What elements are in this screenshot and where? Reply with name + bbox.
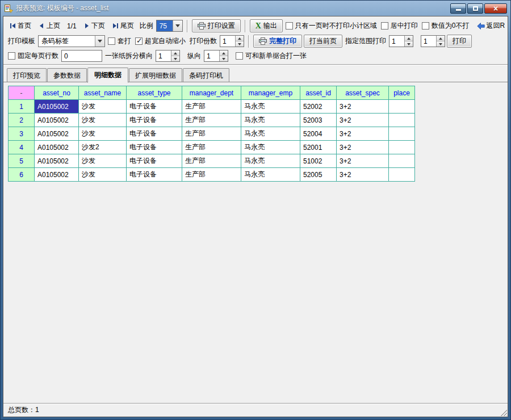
cell-asset_id[interactable]: 51002 <box>300 154 337 168</box>
column-header-asset_spec[interactable]: asset_spec <box>337 86 389 100</box>
cell-place[interactable] <box>389 154 415 168</box>
cell-manager_dept[interactable]: 生产部 <box>182 168 241 182</box>
cell-place[interactable] <box>389 127 415 141</box>
row-number[interactable]: 5 <box>9 154 35 168</box>
cell-asset_no[interactable]: A0105002 <box>35 168 79 182</box>
cell-manager_emp[interactable]: 马永亮 <box>241 100 300 114</box>
cell-asset_no[interactable]: A0105002 <box>35 114 79 127</box>
cell-asset_name[interactable]: 沙发 <box>79 154 127 168</box>
spinner-down-button[interactable] <box>405 41 413 47</box>
tab-barcode-printer[interactable]: 条码打印机 <box>183 68 229 82</box>
cell-asset_no[interactable]: A0105002 <box>35 100 79 114</box>
row-number[interactable]: 6 <box>9 168 35 182</box>
full-print-button[interactable]: 完整打印 <box>253 35 302 48</box>
checkbox-merge-print[interactable]: 可和新单据合打一张 <box>234 51 308 61</box>
column-header-place[interactable]: place <box>389 86 415 100</box>
print-settings-button[interactable]: 打印设置 <box>192 19 241 32</box>
cell-place[interactable] <box>389 100 415 114</box>
first-page-button[interactable]: 首页 <box>7 20 34 32</box>
close-button[interactable]: × <box>484 3 507 14</box>
cell-manager_dept[interactable]: 生产部 <box>182 154 241 168</box>
cell-asset_spec[interactable]: 3+2 <box>337 100 389 114</box>
tab-extended-detail-data[interactable]: 扩展明细数据 <box>129 68 182 82</box>
spinner-up-button[interactable] <box>405 36 413 41</box>
column-header-manager_emp[interactable]: manager_emp <box>241 86 300 100</box>
cell-asset_id[interactable]: 52002 <box>300 100 337 114</box>
column-header-manager_dept[interactable]: manager_dept <box>182 86 241 100</box>
cell-asset_name[interactable]: 沙发2 <box>79 141 127 154</box>
next-page-button[interactable]: 下页 <box>81 20 108 32</box>
cell-asset_type[interactable]: 电子设备 <box>127 127 182 141</box>
column-header-asset_name[interactable]: asset_name <box>79 86 127 100</box>
range-from-spinner[interactable]: 1 <box>389 35 413 47</box>
spinner-down-button[interactable] <box>437 41 445 47</box>
export-button[interactable]: X 输出 <box>250 19 283 32</box>
checkbox-fixed-rows[interactable]: 固定每页行数 <box>7 51 60 61</box>
cell-place[interactable] <box>389 114 415 127</box>
checkbox-overlay-print[interactable]: 套打 <box>107 36 132 46</box>
cell-asset_no[interactable]: A0105002 <box>35 154 79 168</box>
cell-manager_emp[interactable]: 马永亮 <box>241 114 300 127</box>
range-to-spinner[interactable]: 1 <box>421 35 445 47</box>
title-bar[interactable]: 报表预览: 模板编号 - asset_list × <box>3 1 508 16</box>
row-number[interactable]: 3 <box>9 127 35 141</box>
column-header-asset_id[interactable]: asset_id <box>300 86 337 100</box>
cell-asset_spec[interactable]: 3+2 <box>337 114 389 127</box>
cell-asset_id[interactable]: 52005 <box>300 168 337 182</box>
spinner-down-button[interactable] <box>171 56 179 61</box>
back-button[interactable]: 返回R <box>474 20 508 32</box>
cell-asset_id[interactable]: 52001 <box>300 141 337 154</box>
corner-header[interactable]: - <box>9 86 35 100</box>
cell-asset_spec[interactable]: 3+2 <box>337 154 389 168</box>
column-header-asset_type[interactable]: asset_type <box>127 86 182 100</box>
split-vertical-spinner[interactable]: 1 <box>204 50 228 62</box>
maximize-button[interactable] <box>467 3 483 14</box>
cell-manager_emp[interactable]: 马永亮 <box>241 154 300 168</box>
resize-grip[interactable] <box>500 409 507 416</box>
cell-manager_emp[interactable]: 马永亮 <box>241 168 300 182</box>
tab-detail-data[interactable]: 明细数据 <box>87 68 128 83</box>
cell-asset_type[interactable]: 电子设备 <box>127 168 182 182</box>
cell-asset_spec[interactable]: 3+2 <box>337 127 389 141</box>
cell-place[interactable] <box>389 141 415 154</box>
cell-manager_dept[interactable]: 生产部 <box>182 114 241 127</box>
tab-parameter-data[interactable]: 参数数据 <box>47 68 87 82</box>
cell-asset_no[interactable]: A0105002 <box>35 127 79 141</box>
cell-asset_id[interactable]: 52003 <box>300 114 337 127</box>
checkbox-center-print[interactable]: 居中打印 <box>380 21 419 31</box>
scale-dropdown-button[interactable] <box>173 20 182 31</box>
cell-manager_dept[interactable]: 生产部 <box>182 141 241 154</box>
copies-spinner[interactable]: 1 <box>220 35 244 47</box>
last-page-button[interactable]: 尾页 <box>110 20 137 32</box>
print-button[interactable]: 打印 <box>447 35 472 48</box>
cell-asset_type[interactable]: 电子设备 <box>127 141 182 154</box>
cell-asset_type[interactable]: 电子设备 <box>127 114 182 127</box>
print-current-page-button[interactable]: 打当前页 <box>304 35 342 48</box>
spinner-up-button[interactable] <box>437 36 445 41</box>
cell-asset_no[interactable]: A0105002 <box>35 141 79 154</box>
spinner-up-button[interactable] <box>236 36 244 41</box>
cell-asset_spec[interactable]: 3+2 <box>337 141 389 154</box>
checkbox-skip-subtotal[interactable]: 只有一页时不打印小计区域 <box>284 21 378 31</box>
cell-asset_type[interactable]: 电子设备 <box>127 154 182 168</box>
cell-manager_dept[interactable]: 生产部 <box>182 100 241 114</box>
cell-manager_emp[interactable]: 马永亮 <box>241 141 300 154</box>
cell-asset_type[interactable]: 电子设备 <box>127 100 182 114</box>
checkbox-auto-shrink[interactable]: 超宽自动缩小 <box>134 36 187 46</box>
row-number[interactable]: 1 <box>9 100 35 114</box>
fixed-rows-input[interactable]: 0 <box>61 50 102 62</box>
prev-page-button[interactable]: 上页 <box>36 20 63 32</box>
row-number[interactable]: 4 <box>9 141 35 154</box>
spinner-down-button[interactable] <box>236 41 244 47</box>
cell-manager_dept[interactable]: 生产部 <box>182 127 241 141</box>
template-dropdown-button[interactable] <box>95 36 104 47</box>
row-number[interactable]: 2 <box>9 114 35 127</box>
tab-print-preview[interactable]: 打印预览 <box>7 68 47 82</box>
spinner-down-button[interactable] <box>220 56 228 61</box>
cell-manager_emp[interactable]: 马永亮 <box>241 127 300 141</box>
cell-asset_spec[interactable]: 3+2 <box>337 168 389 182</box>
cell-asset_id[interactable]: 52004 <box>300 127 337 141</box>
cell-asset_name[interactable]: 沙发 <box>79 114 127 127</box>
minimize-button[interactable] <box>450 3 466 14</box>
split-horizontal-spinner[interactable]: 1 <box>156 50 180 62</box>
